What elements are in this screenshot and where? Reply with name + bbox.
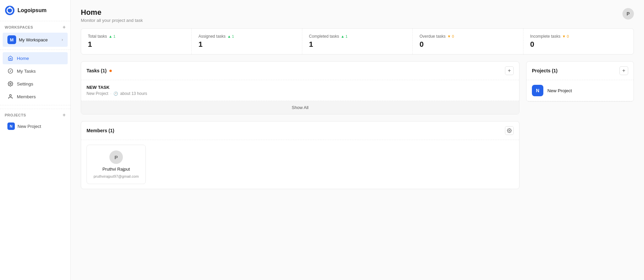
- project-list-avatar: N: [532, 85, 543, 96]
- logo-icon: [5, 5, 15, 15]
- add-project-card-button[interactable]: +: [619, 66, 628, 75]
- trend-down-icon: ▼ 0: [447, 34, 454, 38]
- members-card-title: Members (1): [87, 128, 114, 133]
- stat-incomplete-tasks: Incomplete tasks ▼ 0 0: [523, 29, 634, 54]
- user-avatar[interactable]: P: [622, 8, 634, 20]
- sidebar-item-my-tasks[interactable]: My Tasks: [3, 65, 68, 77]
- stat-completed-label: Completed tasks ▲ 1: [309, 34, 406, 39]
- project-avatar: N: [7, 123, 15, 130]
- content-grid: Tasks (1) + NEW TASK New Project · 🕐 abo…: [71, 61, 644, 199]
- trend-up-icon: ▲ 1: [341, 34, 347, 38]
- circle-check-icon: [7, 68, 13, 74]
- workspace-name: My Workspace: [19, 37, 59, 42]
- stat-assigned-tasks: Assigned tasks ▲ 1 1: [192, 29, 302, 54]
- sidebar-item-settings[interactable]: Settings: [3, 78, 68, 90]
- left-column: Tasks (1) + NEW TASK New Project · 🕐 abo…: [81, 61, 519, 189]
- project-list-item[interactable]: N New Project: [527, 80, 634, 101]
- members-list: P Pruthvi Rajput pruthvirajput97@gmail.c…: [81, 140, 519, 189]
- stat-incomplete-label: Incomplete tasks ▼ 0: [530, 34, 627, 39]
- stat-completed-value: 1: [309, 40, 406, 49]
- stat-overdue-label: Overdue tasks ▼ 0: [419, 34, 516, 39]
- task-time: about 13 hours: [120, 91, 147, 96]
- stats-bar: Total tasks ▲ 1 1 Assigned tasks ▲ 1 1 C…: [81, 28, 634, 55]
- member-email: pruthvirajput97@gmail.com: [94, 174, 139, 178]
- person-icon: [7, 94, 13, 100]
- nav-divider: [0, 49, 70, 50]
- home-icon: [7, 55, 13, 61]
- projects-card-header: Projects (1) +: [527, 62, 634, 80]
- workspaces-section-header: WORKSPACES +: [0, 21, 70, 32]
- stat-overdue-value: 0: [419, 40, 516, 49]
- projects-card-title: Projects (1): [532, 68, 557, 73]
- sidebar-item-members[interactable]: Members: [3, 91, 68, 103]
- stat-assigned-value: 1: [198, 40, 295, 49]
- tasks-card: Tasks (1) + NEW TASK New Project · 🕐 abo…: [81, 61, 519, 114]
- stat-completed-tasks: Completed tasks ▲ 1 1: [302, 29, 413, 54]
- trend-down-icon: ▼ 0: [562, 34, 569, 38]
- workspace-avatar: M: [7, 35, 16, 44]
- logo: Logoipsum: [0, 0, 70, 21]
- add-project-button[interactable]: +: [63, 112, 66, 118]
- chevron-icon: ›: [62, 37, 63, 42]
- stat-total-value: 1: [88, 40, 184, 49]
- svg-point-5: [9, 95, 11, 96]
- workspace-item[interactable]: M My Workspace ›: [3, 33, 68, 47]
- members-settings-button[interactable]: [505, 126, 514, 135]
- trend-up-icon: ▲ 1: [227, 34, 234, 38]
- page-title: Home: [81, 8, 143, 17]
- main-content: Home Monitor all your project and task P…: [71, 0, 644, 280]
- task-project: New Project: [87, 91, 108, 96]
- add-task-button[interactable]: +: [505, 66, 514, 75]
- members-card-header: Members (1): [81, 121, 519, 140]
- task-name: NEW TASK: [87, 85, 514, 90]
- stat-total-label: Total tasks ▲ 1: [88, 34, 184, 39]
- trend-up-icon: ▲ 1: [109, 34, 115, 38]
- sidebar-item-home[interactable]: Home: [3, 52, 68, 64]
- sidebar-project-item[interactable]: N New Project: [3, 120, 68, 132]
- projects-label: PROJECTS: [5, 113, 26, 117]
- workspaces-label: WORKSPACES: [5, 25, 33, 29]
- gear-icon: [7, 81, 13, 87]
- stat-total-tasks: Total tasks ▲ 1 1: [81, 29, 192, 54]
- stat-overdue-tasks: Overdue tasks ▼ 0 0: [413, 29, 523, 54]
- project-list-name: New Project: [547, 88, 572, 93]
- sidebar-project-name: New Project: [18, 124, 41, 129]
- member-item: P Pruthvi Rajput pruthvirajput97@gmail.c…: [87, 145, 146, 184]
- tasks-card-title: Tasks (1): [87, 68, 107, 73]
- add-workspace-button[interactable]: +: [63, 25, 66, 30]
- svg-point-2: [9, 7, 11, 9]
- svg-point-4: [10, 83, 11, 84]
- logo-text: Logoipsum: [18, 7, 46, 13]
- tasks-header-inner: Tasks (1): [87, 68, 112, 73]
- members-card: Members (1) P Pruthvi Rajput: [81, 121, 519, 189]
- clock-icon: 🕐: [113, 92, 118, 96]
- tasks-card-header: Tasks (1) +: [81, 62, 519, 80]
- stat-incomplete-value: 0: [530, 40, 627, 49]
- member-avatar: P: [109, 150, 123, 164]
- right-column: Projects (1) + N New Project: [526, 61, 634, 102]
- stat-assigned-label: Assigned tasks ▲ 1: [198, 34, 295, 39]
- svg-point-6: [509, 130, 510, 131]
- sidebar: Logoipsum WORKSPACES + M My Workspace › …: [0, 0, 71, 280]
- task-item[interactable]: NEW TASK New Project · 🕐 about 13 hours: [81, 80, 519, 101]
- sidebar-item-settings-label: Settings: [17, 81, 33, 86]
- page-subtitle: Monitor all your project and task: [81, 18, 143, 23]
- sidebar-item-members-label: Members: [17, 94, 36, 99]
- member-name: Pruthvi Rajput: [102, 167, 130, 172]
- show-all-button[interactable]: Show All: [81, 101, 519, 114]
- task-meta: New Project · 🕐 about 13 hours: [87, 91, 514, 96]
- notification-dot: [109, 70, 112, 72]
- task-meta-separator: ·: [110, 91, 111, 96]
- header-text: Home Monitor all your project and task: [81, 8, 143, 23]
- projects-divider: [0, 105, 70, 105]
- sidebar-item-my-tasks-label: My Tasks: [17, 69, 36, 74]
- projects-card: Projects (1) + N New Project: [526, 61, 634, 102]
- main-header: Home Monitor all your project and task P: [71, 0, 644, 28]
- sidebar-item-home-label: Home: [17, 56, 29, 61]
- projects-section-header: PROJECTS +: [0, 109, 70, 120]
